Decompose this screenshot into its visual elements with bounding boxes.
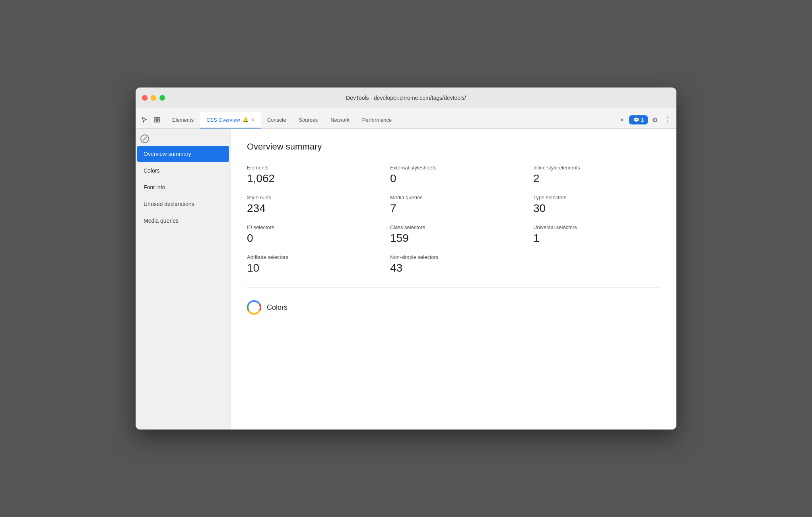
stats-grid: Elements 1,062 External stylesheets 0 In…: [247, 165, 660, 274]
bell-icon: 🔔: [243, 117, 249, 122]
stat-elements: Elements 1,062: [247, 165, 374, 185]
stat-style-rules: Style rules 234: [247, 194, 374, 215]
stat-id-selectors: ID selectors 0: [247, 224, 374, 245]
minimize-button[interactable]: [151, 95, 156, 101]
inspect-icon[interactable]: [152, 114, 163, 125]
tab-css-overview[interactable]: CSS Overview 🔔 ✕: [200, 112, 261, 128]
stat-type-selectors: Type selectors 30: [533, 194, 660, 215]
devtools-window: DevTools - developer.chrome.com/tags/dev…: [136, 87, 676, 430]
svg-rect-1: [157, 117, 159, 119]
more-options-button[interactable]: ⋮: [662, 114, 673, 125]
sidebar-item-font-info[interactable]: Font info: [137, 179, 229, 195]
tabbar-right: » 💬 1 ⚙ ⋮: [616, 114, 673, 128]
stat-inline-style-elements: Inline style elements 2: [533, 165, 660, 185]
maximize-button[interactable]: [159, 95, 165, 101]
section-title: Overview summary: [247, 142, 660, 152]
sidebar-item-unused-declarations[interactable]: Unused declarations: [137, 196, 229, 212]
close-tab-icon[interactable]: ✕: [251, 117, 254, 122]
sidebar-icon-row: [136, 132, 231, 146]
cursor-icon[interactable]: [139, 114, 150, 125]
titlebar: DevTools - developer.chrome.com/tags/dev…: [136, 87, 676, 108]
colors-icon: [247, 300, 261, 315]
colors-section-title: Colors: [267, 303, 288, 312]
content-area[interactable]: Overview summary Elements 1,062 External…: [231, 129, 676, 430]
colors-section: Colors: [247, 297, 660, 318]
toolbar-icons: [139, 114, 163, 128]
sidebar: Overview summary Colors Font info Unused…: [136, 129, 231, 430]
svg-rect-2: [155, 120, 157, 122]
stat-universal-selectors: Universal selectors 1: [533, 224, 660, 245]
close-button[interactable]: [142, 95, 148, 101]
sidebar-item-colors[interactable]: Colors: [137, 163, 229, 179]
section-divider: [247, 287, 660, 288]
content-inner: Overview summary Elements 1,062 External…: [231, 129, 676, 330]
tab-sources[interactable]: Sources: [292, 112, 324, 128]
tab-performance[interactable]: Performance: [356, 112, 398, 128]
stat-media-queries: Media queries 7: [390, 194, 517, 215]
sidebar-item-overview-summary[interactable]: Overview summary: [137, 146, 229, 162]
notification-icon: 💬: [633, 117, 639, 123]
tab-console[interactable]: Console: [261, 112, 293, 128]
window-title: DevTools - developer.chrome.com/tags/dev…: [346, 95, 466, 101]
more-tabs-button[interactable]: »: [616, 114, 627, 125]
stat-class-selectors: Class selectors 159: [390, 224, 517, 245]
svg-rect-3: [157, 120, 159, 122]
traffic-lights: [142, 95, 165, 101]
stat-non-simple-selectors: Non-simple selectors 43: [390, 254, 517, 274]
svg-rect-0: [155, 117, 157, 119]
tabbar: Elements CSS Overview 🔔 ✕ Console Source…: [136, 108, 676, 129]
tab-network[interactable]: Network: [324, 112, 356, 128]
sidebar-item-media-queries[interactable]: Media queries: [137, 213, 229, 229]
main-area: Overview summary Colors Font info Unused…: [136, 129, 676, 430]
block-icon: [140, 134, 149, 143]
stat-attribute-selectors: Attribute selectors 10: [247, 254, 374, 274]
stat-placeholder: [533, 254, 660, 274]
tab-elements[interactable]: Elements: [166, 112, 200, 128]
stat-external-stylesheets: External stylesheets 0: [390, 165, 517, 185]
settings-button[interactable]: ⚙: [649, 114, 660, 125]
notification-button[interactable]: 💬 1: [629, 115, 648, 124]
